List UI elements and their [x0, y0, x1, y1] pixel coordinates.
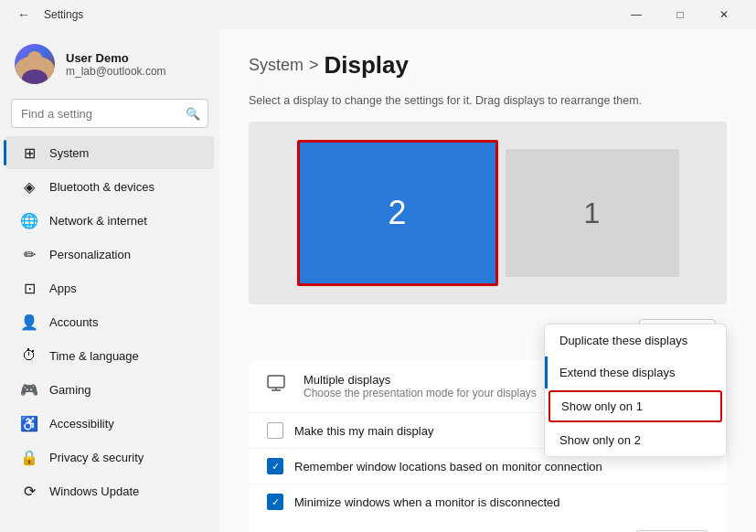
title-bar-left: ← Settings	[11, 2, 83, 27]
dropdown-menu: Duplicate these displaysExtend these dis…	[544, 324, 727, 457]
back-button[interactable]: ←	[11, 2, 37, 27]
user-email: m_lab@outlook.com	[66, 65, 166, 78]
apps-icon: ⊡	[20, 279, 38, 297]
sidebar-item-label-system: System	[49, 146, 89, 160]
minimize-button[interactable]: —	[615, 0, 657, 29]
sidebar-item-personalization[interactable]: ✏ Personalization	[5, 238, 214, 271]
detect-row: Detect other display Detect	[249, 519, 727, 532]
sidebar-item-label-time: Time & language	[49, 349, 139, 363]
privacy-icon: 🔒	[20, 448, 38, 466]
user-name: User Demo	[66, 51, 166, 65]
sidebar-item-label-network: Network & internet	[49, 214, 147, 228]
sidebar-item-label-privacy: Privacy & security	[49, 451, 144, 464]
search-box[interactable]: 🔍	[11, 99, 208, 128]
sidebar-item-time[interactable]: ⏱ Time & language	[5, 339, 214, 372]
sidebar-item-update[interactable]: ⟳ Windows Update	[5, 474, 214, 507]
accounts-icon: 👤	[20, 313, 38, 331]
checkbox-label-main: Make this my main display	[294, 424, 433, 438]
sidebar-item-label-accessibility: Accessibility	[49, 417, 114, 431]
display-area: 2 1	[249, 122, 727, 304]
avatar	[15, 44, 55, 84]
update-icon: ⟳	[20, 482, 38, 500]
dropdown-item-extend[interactable]: Extend these displays	[545, 356, 726, 388]
close-button[interactable]: ✕	[703, 0, 745, 29]
user-profile: User Demo m_lab@outlook.com	[0, 29, 219, 95]
sidebar-item-label-update: Windows Update	[49, 484, 139, 498]
network-icon: 🌐	[20, 211, 38, 229]
personalization-icon: ✏	[20, 245, 38, 263]
page-subtitle: Select a display to change the settings …	[249, 94, 727, 107]
sidebar-item-label-bluetooth: Bluetooth & devices	[49, 180, 154, 194]
checkbox-remember[interactable]: ✓	[267, 458, 283, 474]
checkbox-main[interactable]	[267, 422, 283, 439]
sidebar-item-label-personalization: Personalization	[49, 248, 131, 261]
gaming-icon: 🎮	[20, 380, 38, 399]
window-title: Settings	[44, 8, 83, 21]
sidebar-item-system[interactable]: ⊞ System	[5, 136, 214, 169]
checkbox-label-remember: Remember window locations based on monit…	[294, 460, 602, 473]
breadcrumb-parent: System	[249, 56, 303, 75]
dropdown-item-show1[interactable]: Show only on 1	[548, 390, 722, 422]
sidebar: User Demo m_lab@outlook.com 🔍 ⊞ System ◈…	[0, 29, 219, 532]
display-controls: Identify Duplicate these displaysExtend …	[249, 319, 727, 346]
window-controls: — □ ✕	[615, 0, 745, 29]
title-bar: ← Settings — □ ✕	[0, 0, 756, 29]
sidebar-item-apps[interactable]: ⊡ Apps	[5, 271, 214, 304]
svg-point-0	[27, 51, 42, 66]
page-title: Display	[325, 51, 410, 80]
sidebar-item-bluetooth[interactable]: ◈ Bluetooth & devices	[5, 170, 214, 203]
accessibility-icon: ♿	[20, 414, 38, 432]
sidebar-item-label-accounts: Accounts	[49, 315, 98, 329]
svg-point-1	[22, 69, 48, 84]
sidebar-item-label-apps: Apps	[49, 282, 77, 295]
maximize-button[interactable]: □	[659, 0, 701, 29]
sidebar-item-network[interactable]: 🌐 Network & internet	[5, 204, 214, 237]
dropdown-item-show2[interactable]: Show only on 2	[545, 424, 726, 456]
time-icon: ⏱	[20, 346, 38, 365]
nav-list: ⊞ System ◈ Bluetooth & devices 🌐 Network…	[0, 135, 219, 508]
system-icon: ⊞	[20, 144, 38, 162]
monitor-1[interactable]: 1	[506, 149, 679, 277]
monitor-2[interactable]: 2	[297, 140, 498, 286]
sidebar-item-label-gaming: Gaming	[49, 383, 91, 397]
user-info: User Demo m_lab@outlook.com	[66, 51, 166, 78]
checkbox-row-minimize: ✓Minimize windows when a monitor is disc…	[249, 484, 727, 519]
sidebar-item-gaming[interactable]: 🎮 Gaming	[5, 373, 214, 406]
sidebar-item-accessibility[interactable]: ♿ Accessibility	[5, 407, 214, 440]
search-container: 🔍	[0, 95, 219, 135]
svg-rect-2	[268, 376, 284, 388]
bluetooth-icon: ◈	[20, 177, 38, 196]
breadcrumb-separator: >	[309, 56, 319, 75]
sidebar-item-accounts[interactable]: 👤 Accounts	[5, 305, 214, 338]
monitor-icon	[267, 375, 289, 398]
search-input[interactable]	[21, 107, 180, 121]
checkbox-label-minimize: Minimize windows when a monitor is disco…	[294, 495, 559, 509]
dropdown-item-duplicate[interactable]: Duplicate these displays	[545, 325, 726, 356]
main-container: User Demo m_lab@outlook.com 🔍 ⊞ System ◈…	[0, 29, 756, 532]
checkbox-minimize[interactable]: ✓	[267, 494, 283, 510]
search-icon: 🔍	[186, 107, 200, 121]
sidebar-item-privacy[interactable]: 🔒 Privacy & security	[5, 441, 214, 473]
content-area: System > Display Select a display to cha…	[219, 29, 756, 532]
breadcrumb: System > Display	[249, 51, 727, 80]
